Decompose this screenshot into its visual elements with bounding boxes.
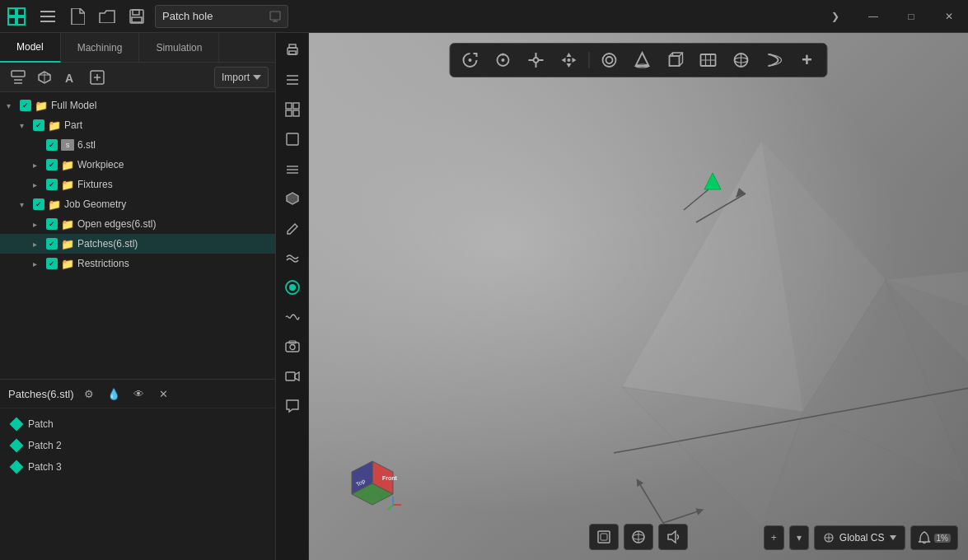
title-input[interactable] xyxy=(162,10,269,22)
svg-rect-32 xyxy=(287,133,298,145)
map-button[interactable] xyxy=(694,47,723,73)
edit-button[interactable] xyxy=(278,214,306,242)
checkbox-part[interactable]: ✓ xyxy=(33,119,44,131)
navigation-cube[interactable]: Front Top xyxy=(344,457,401,515)
close-button[interactable]: ✕ xyxy=(930,0,968,33)
reset-view-button[interactable] xyxy=(456,47,485,73)
tab-model[interactable]: Model xyxy=(0,33,61,63)
patch-diamond-icon xyxy=(10,460,24,474)
patch-item-2[interactable]: Patch 2 xyxy=(8,435,267,456)
tree-item-patches[interactable]: ▸ ✓ 📁 Patches(6.stl) xyxy=(0,234,275,254)
point-mode-button[interactable] xyxy=(278,273,306,301)
sphere-button[interactable] xyxy=(727,47,756,73)
svg-point-56 xyxy=(603,54,616,67)
checkbox-job-geometry[interactable]: ✓ xyxy=(33,198,44,210)
checkbox-open-edges[interactable]: ✓ xyxy=(46,218,58,230)
svg-marker-86 xyxy=(704,173,721,189)
transform-button[interactable] xyxy=(521,47,551,73)
hamburger-menu-button[interactable] xyxy=(33,0,63,33)
3d-view-button[interactable] xyxy=(33,66,56,89)
app-logo xyxy=(0,0,33,33)
zoom-in-button[interactable]: + xyxy=(764,525,784,550)
eye-icon[interactable]: 👁 xyxy=(129,385,147,403)
svg-marker-70 xyxy=(622,140,803,412)
move-button[interactable] xyxy=(554,47,584,73)
print-button[interactable] xyxy=(278,36,306,64)
patches-panel-title: Patches(6.stl) xyxy=(8,388,73,400)
import-button[interactable]: Import xyxy=(214,67,269,88)
tree-item-open-edges[interactable]: ▸ ✓ 📁 Open edges(6.stl) xyxy=(0,214,275,234)
chevron-down-button[interactable]: ❯ xyxy=(816,0,854,33)
checkbox-6stl[interactable]: ✓ xyxy=(46,139,58,151)
camera2-button[interactable] xyxy=(278,362,306,390)
coordinate-system-dropdown[interactable]: Global CS xyxy=(814,525,905,550)
chat-button[interactable] xyxy=(278,392,306,420)
shapes-button[interactable] xyxy=(595,47,624,73)
svg-rect-31 xyxy=(293,110,299,116)
svg-rect-1 xyxy=(17,8,25,16)
globe-button[interactable] xyxy=(624,524,653,550)
tree-item-restrictions[interactable]: ▸ ✓ 📁 Restrictions xyxy=(0,254,275,273)
water-drop-icon[interactable]: 💧 xyxy=(105,385,123,403)
tab-simulation[interactable]: Simulation xyxy=(139,33,219,63)
view-mode-button[interactable] xyxy=(278,125,306,153)
svg-line-84 xyxy=(684,189,708,210)
font-button[interactable]: A xyxy=(59,66,82,89)
notifications-button[interactable]: 1% xyxy=(910,525,958,550)
svg-rect-95 xyxy=(598,531,610,543)
cone-button[interactable] xyxy=(628,47,657,73)
tree-item-full-model[interactable]: ▾ ✓ 📁 Full Model xyxy=(0,96,275,115)
checkbox-workpiece[interactable]: ✓ xyxy=(46,159,58,170)
add-button[interactable] xyxy=(86,66,109,89)
layers-button[interactable] xyxy=(278,66,306,94)
hatch-button[interactable] xyxy=(278,244,306,272)
wave-button[interactable] xyxy=(278,303,306,331)
audio-button[interactable] xyxy=(658,524,688,550)
svg-rect-5 xyxy=(40,16,55,17)
patch-list: Patch Patch 2 Patch 3 xyxy=(0,408,275,483)
svg-marker-75 xyxy=(622,387,803,527)
solid-view-button[interactable] xyxy=(278,184,306,212)
svg-rect-6 xyxy=(40,21,55,22)
select-tool-button[interactable] xyxy=(7,66,30,89)
save-button[interactable] xyxy=(122,0,152,33)
tree-item-workpiece[interactable]: ▸ ✓ 📁 Workpiece xyxy=(0,155,275,175)
svg-line-82 xyxy=(614,360,968,453)
box-button[interactable] xyxy=(661,47,690,73)
zoom-dropdown-button[interactable]: ▾ xyxy=(789,525,809,550)
checkbox-restrictions[interactable]: ✓ xyxy=(46,258,58,269)
camera1-button[interactable] xyxy=(278,333,306,361)
scene-svg xyxy=(309,33,968,560)
maximize-button[interactable]: □ xyxy=(892,0,930,33)
svg-line-94 xyxy=(388,505,393,510)
svg-marker-72 xyxy=(886,239,968,358)
frame-button[interactable] xyxy=(589,524,619,550)
svg-line-77 xyxy=(638,482,663,523)
fit-view-button[interactable] xyxy=(489,47,518,73)
document-title-field[interactable] xyxy=(155,5,288,28)
tree-item-part[interactable]: ▾ ✓ 📁 Part xyxy=(0,115,275,135)
close-panel-button[interactable]: ✕ xyxy=(154,385,172,403)
settings-icon[interactable]: ⚙ xyxy=(80,385,98,403)
svg-rect-96 xyxy=(601,534,607,540)
3d-viewport[interactable]: + xyxy=(309,33,968,560)
separator xyxy=(589,52,590,68)
open-file-button[interactable] xyxy=(92,0,122,33)
patches-panel: Patches(6.stl) ⚙ 💧 👁 ✕ Patch Patch 2 Pat… xyxy=(0,379,275,560)
tree-item-fixtures[interactable]: ▸ ✓ 📁 Fixtures xyxy=(0,175,275,194)
new-file-button[interactable] xyxy=(63,0,92,33)
checkbox-patches[interactable]: ✓ xyxy=(46,238,58,250)
lathe-button[interactable] xyxy=(760,47,789,73)
patch-item-1[interactable]: Patch xyxy=(8,413,267,435)
tab-machining[interactable]: Machining xyxy=(61,33,140,63)
svg-line-78 xyxy=(663,511,700,523)
wireframe-button[interactable] xyxy=(278,155,306,183)
patch-item-3[interactable]: Patch 3 xyxy=(8,456,267,478)
minimize-button[interactable]: — xyxy=(854,0,892,33)
tree-item-6stl[interactable]: ✓ S 6.stl xyxy=(0,135,275,155)
add-shape-button[interactable]: + xyxy=(793,47,822,73)
checkbox-fixtures[interactable]: ✓ xyxy=(46,179,58,190)
tree-item-job-geometry[interactable]: ▾ ✓ 📁 Job Geometry xyxy=(0,194,275,214)
checkbox-full-model[interactable]: ✓ xyxy=(20,100,31,111)
grid-button[interactable] xyxy=(278,96,306,124)
